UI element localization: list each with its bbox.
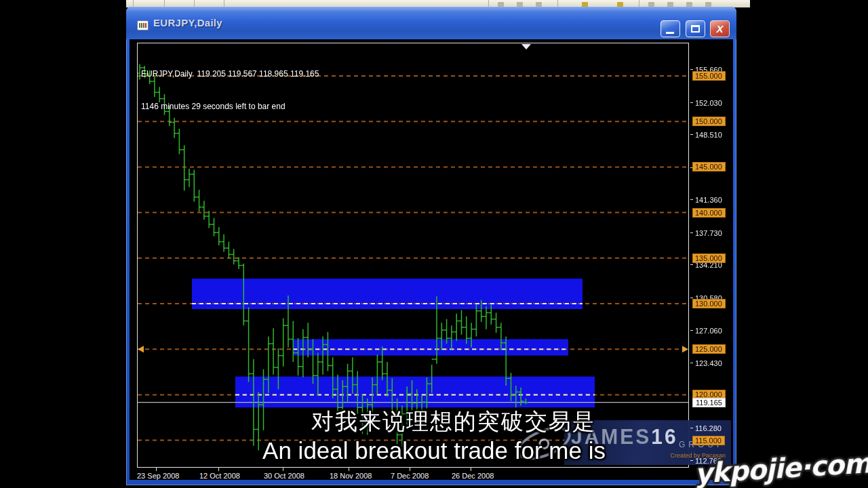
date-tick-mark [218,468,219,471]
price-tick-label: 137.730 [695,228,722,238]
chart-window-icon [137,20,149,30]
date-label: 30 Oct 2008 [264,472,304,480]
price-tick-mark [690,363,693,363]
price-tick-mark [690,199,693,200]
date-tick-mark [410,468,410,471]
date-tick-mark [156,468,157,471]
price-level-label: 140.000 [692,208,726,218]
price-level-label: 150.000 [692,117,726,126]
maximize-icon [691,25,700,33]
price-tick-label: 141.360 [695,195,722,205]
price-tick-label: 148.510 [695,130,722,140]
price-tick-mark [690,102,693,103]
titlebar[interactable]: EURJPY,Daily X [126,7,736,39]
maximize-button[interactable] [686,20,705,37]
bar-countdown-line: 1146 minutes 29 seconds left to bar end [141,101,319,112]
price-level-label: 130.000 [692,299,726,308]
price-level-label: 145.000 [692,162,726,171]
date-tick-mark [349,468,349,471]
date-tick-mark [471,468,471,471]
price-level-label: 155.000 [692,71,726,81]
window-title: EURJPY,Daily [153,17,222,28]
date-label: 7 Dec 2008 [391,472,429,480]
date-label: 12 Oct 2008 [199,472,240,480]
price-level-label: 125.000 [692,344,726,354]
price-level-label: 135.000 [692,253,726,263]
close-icon: X [711,21,729,37]
date-tick-mark [283,468,283,471]
date-axis[interactable]: 23 Sep 200812 Oct 200830 Oct 200818 Nov … [137,468,689,480]
price-tick-mark [690,264,693,265]
date-label: 26 Dec 2008 [452,472,494,480]
price-tick-mark [690,232,693,233]
subtitle-chinese: 对我来说理想的突破交易是 [0,407,868,437]
date-label: 18 Nov 2008 [330,472,372,480]
price-axis[interactable]: 155.660152.030148.510144.880141.360137.7… [690,43,732,468]
minimize-button[interactable] [660,20,680,37]
price-tick-mark [690,69,693,70]
price-tick-mark [690,134,693,135]
chart-info: EURJPY,Daily 119.205 119.567 118.965 119… [141,47,319,134]
price-tick-label: 123.430 [695,359,722,368]
price-tick-label: 152.030 [695,98,722,108]
date-label: 23 Sep 2008 [137,472,179,480]
ohlc-info-line: EURJPY,Daily 119.205 119.567 118.965 119… [141,68,319,79]
minimize-icon [666,32,674,34]
screen: EURJPY,Daily X EURJPY,Daily 119.205 119.… [0,0,868,488]
price-tick-mark [690,330,693,331]
price-tick-label: 127.060 [695,326,722,336]
current-price-label: 119.165 [692,398,726,407]
close-button[interactable]: X [710,20,730,37]
chart-area[interactable]: EURJPY,Daily 119.205 119.567 118.965 119… [137,43,689,468]
window-controls: X [658,20,730,37]
